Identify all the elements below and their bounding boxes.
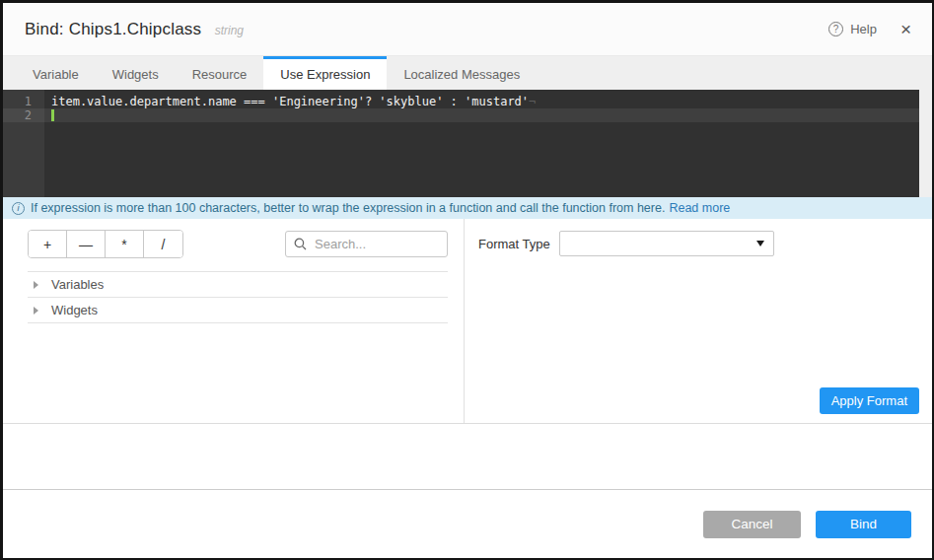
plus-operator-button[interactable]: + [29, 231, 67, 257]
minus-operator-button[interactable]: — [67, 231, 106, 257]
format-type-select[interactable] [559, 231, 774, 256]
main-panels: + — * / Variables [3, 219, 932, 424]
magnifier-icon [294, 238, 307, 250]
triangle-right-icon [34, 281, 38, 289]
info-bar: i If expression is more than 100 charact… [3, 197, 932, 219]
body-spacer [3, 424, 932, 490]
divide-operator-button[interactable]: / [144, 231, 182, 257]
format-panel: Format Type Apply Format [465, 219, 932, 423]
tree-item-variables[interactable]: Variables [28, 272, 448, 298]
search-box [285, 231, 448, 257]
line-number: 1 [3, 95, 44, 108]
format-type-label: Format Type [478, 237, 559, 251]
triangle-down-icon [756, 241, 764, 246]
apply-format-button[interactable]: Apply Format [820, 387, 919, 414]
dialog-header: Bind: Chips1.Chipclass string ? Help × [3, 3, 932, 56]
code-text [44, 108, 54, 122]
toolbar-row: + — * / [28, 230, 448, 258]
tree-item-widgets[interactable]: Widgets [28, 298, 448, 323]
info-circle-icon: i [12, 202, 25, 215]
expression-helper-panel: + — * / Variables [3, 219, 465, 423]
dialog-title-group: Bind: Chips1.Chipclass string [25, 20, 244, 39]
tab-widgets[interactable]: Widgets [96, 56, 176, 90]
dialog-footer: Cancel Bind [3, 490, 932, 558]
read-more-link[interactable]: Read more [669, 201, 730, 215]
help-button[interactable]: ? Help [828, 22, 877, 36]
search-input[interactable] [313, 236, 439, 252]
tab-variable[interactable]: Variable [16, 56, 96, 90]
property-type-label: string [215, 24, 244, 37]
header-actions: ? Help × [828, 20, 911, 38]
tree-item-label: Variables [51, 277, 104, 292]
help-label: Help [850, 22, 877, 36]
expression-editor[interactable]: 1 item.value.department.name === 'Engine… [3, 90, 932, 197]
dialog-title: Bind: Chips1.Chipclass [25, 20, 201, 38]
bind-dialog: Bind: Chips1.Chipclass string ? Help × V… [0, 0, 934, 560]
tab-use-expression[interactable]: Use Expression [263, 56, 387, 90]
multiply-operator-button[interactable]: * [106, 231, 144, 257]
code-text: item.value.department.name === 'Engineer… [44, 95, 536, 108]
bind-button[interactable]: Bind [816, 511, 911, 538]
bind-source-tree: Variables Widgets [28, 271, 448, 323]
close-icon[interactable]: × [900, 20, 911, 38]
question-circle-icon: ? [828, 22, 843, 36]
operator-button-group: + — * / [28, 230, 183, 258]
info-message: If expression is more than 100 character… [31, 201, 665, 215]
tab-bar: Variable Widgets Resource Use Expression… [3, 56, 932, 90]
tab-localized-messages[interactable]: Localized Messages [387, 56, 537, 90]
triangle-right-icon [34, 307, 38, 315]
line-number: 2 [3, 108, 44, 122]
editor-line-1: 1 item.value.department.name === 'Engine… [3, 95, 932, 108]
cancel-button[interactable]: Cancel [703, 511, 801, 538]
tree-item-label: Widgets [51, 303, 98, 317]
text-cursor [51, 109, 54, 121]
eol-marker: ¬ [529, 95, 536, 108]
tab-resource[interactable]: Resource [176, 56, 264, 90]
format-type-row: Format Type [478, 231, 919, 256]
editor-line-2: 2 [3, 108, 932, 122]
